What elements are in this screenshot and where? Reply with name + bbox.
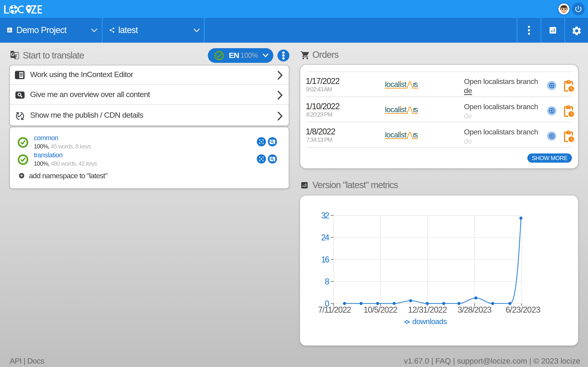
svg-text:localist: localist	[385, 131, 406, 139]
svg-text:rs: rs	[413, 81, 418, 89]
svg-text:downloads: downloads	[412, 317, 447, 326]
svg-text:localist: localist	[385, 81, 406, 89]
svg-text:16: 16	[321, 255, 329, 264]
svg-text:localist: localist	[385, 106, 406, 114]
svg-text:rs: rs	[413, 106, 418, 114]
svg-text:12/31/2022: 12/31/2022	[408, 305, 447, 315]
svg-text:32: 32	[321, 211, 329, 220]
svg-text:7/11/2022: 7/11/2022	[318, 305, 351, 315]
svg-text:rs: rs	[413, 131, 418, 139]
svg-text:10/5/2022: 10/5/2022	[363, 305, 398, 315]
svg-text:24: 24	[321, 233, 329, 242]
svg-text:8: 8	[325, 277, 329, 286]
svg-text:6/23/2023: 6/23/2023	[506, 305, 540, 315]
svg-text:3/28/2023: 3/28/2023	[458, 305, 492, 315]
